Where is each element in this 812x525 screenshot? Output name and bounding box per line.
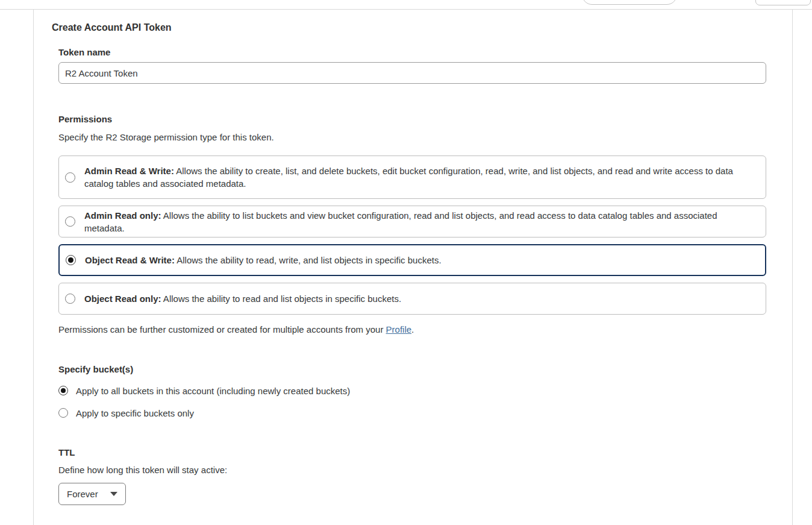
permissions-heading: Permissions bbox=[58, 114, 766, 125]
create-token-panel: Create Account API Token Token name Perm… bbox=[33, 10, 793, 525]
page-title: Create Account API Token bbox=[52, 22, 774, 34]
radio-all-buckets[interactable] bbox=[58, 386, 68, 395]
bucket-option-label: Apply to specific buckets only bbox=[76, 408, 194, 418]
permission-option-title: Object Read & Write: bbox=[85, 255, 175, 265]
radio-admin-read-write[interactable] bbox=[65, 172, 75, 183]
header-partial-pill-button[interactable] bbox=[582, 0, 677, 5]
permission-option-title: Admin Read only: bbox=[84, 210, 161, 221]
permissions-note-text: Permissions can be further customized or… bbox=[58, 324, 386, 335]
permissions-note: Permissions can be further customized or… bbox=[58, 324, 766, 335]
permission-option-object-read-write[interactable]: Object Read & Write: Allows the ability … bbox=[58, 244, 766, 276]
permission-option-text: Object Read & Write: Allows the ability … bbox=[85, 254, 442, 266]
ttl-selected-value: Forever bbox=[67, 489, 98, 499]
specify-buckets-heading: Specify bucket(s) bbox=[58, 364, 766, 375]
permission-option-text: Admin Read & Write: Allows the ability t… bbox=[84, 165, 755, 190]
radio-admin-read-only[interactable] bbox=[65, 216, 75, 227]
bucket-option-specific-buckets[interactable]: Apply to specific buckets only bbox=[58, 406, 766, 420]
token-name-label: Token name bbox=[58, 47, 766, 58]
chevron-down-icon bbox=[110, 492, 117, 496]
radio-specific-buckets[interactable] bbox=[58, 408, 68, 418]
ttl-description: Define how long this token will stay act… bbox=[58, 465, 766, 476]
ttl-heading: TTL bbox=[58, 447, 766, 458]
permissions-description: Specify the R2 Storage permission type f… bbox=[58, 132, 766, 143]
permission-option-title: Admin Read & Write: bbox=[84, 166, 174, 176]
permission-option-title: Object Read only: bbox=[84, 294, 161, 304]
permission-option-admin-read-write[interactable]: Admin Read & Write: Allows the ability t… bbox=[58, 156, 766, 199]
top-header-bar bbox=[0, 0, 812, 10]
bucket-option-all-buckets[interactable]: Apply to all buckets in this account (in… bbox=[58, 384, 766, 397]
profile-link[interactable]: Profile bbox=[386, 324, 412, 335]
permission-option-description: Allows the ability to read and list obje… bbox=[161, 294, 402, 304]
create-token-form: Token name Permissions Specify the R2 St… bbox=[58, 47, 766, 505]
radio-object-read-only[interactable] bbox=[65, 294, 75, 304]
permission-option-text: Object Read only: Allows the ability to … bbox=[84, 292, 401, 305]
permission-option-description: Allows the ability to list buckets and v… bbox=[84, 210, 717, 233]
permission-option-text: Admin Read only: Allows the ability to l… bbox=[84, 209, 755, 234]
permission-option-description: Allows the ability to read, write, and l… bbox=[175, 255, 442, 265]
permission-option-object-read-only[interactable]: Object Read only: Allows the ability to … bbox=[58, 283, 766, 315]
header-partial-rect-button[interactable] bbox=[755, 0, 811, 5]
permissions-note-suffix: . bbox=[411, 324, 414, 335]
token-name-input[interactable] bbox=[58, 62, 766, 84]
radio-object-read-write[interactable] bbox=[66, 255, 76, 265]
bucket-option-label: Apply to all buckets in this account (in… bbox=[76, 386, 350, 396]
ttl-select[interactable]: Forever bbox=[58, 483, 126, 505]
permission-option-description: Allows the ability to create, list, and … bbox=[84, 166, 733, 189]
permission-option-admin-read-only[interactable]: Admin Read only: Allows the ability to l… bbox=[58, 206, 766, 237]
